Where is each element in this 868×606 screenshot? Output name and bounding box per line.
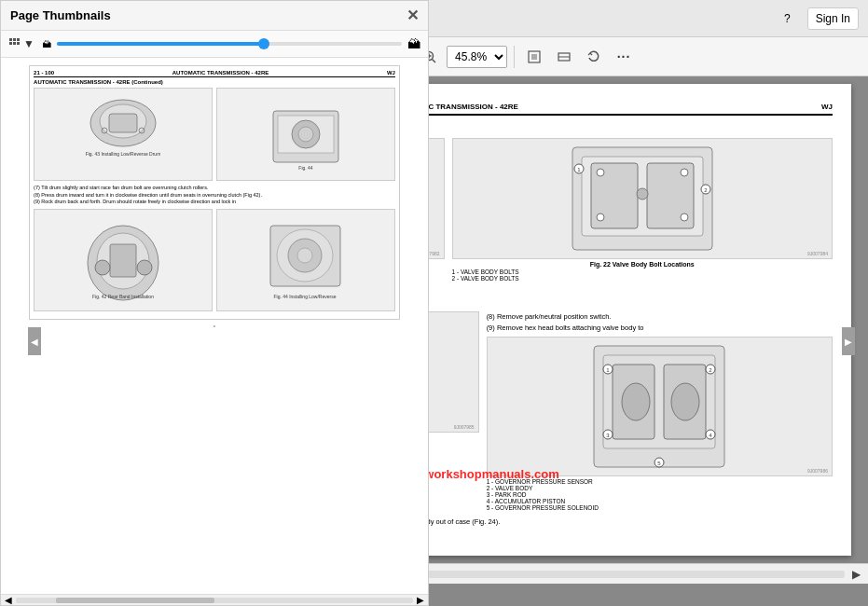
thumbnail-page[interactable]: 21 - 100 AUTOMATIC TRANSMISSION - 42RE W… bbox=[29, 65, 400, 320]
svg-point-73 bbox=[681, 213, 688, 221]
svg-text:Fig. 42 Rear Band Installation: Fig. 42 Rear Band Installation bbox=[92, 294, 154, 299]
svg-rect-19 bbox=[531, 54, 537, 60]
thumb-figure-2: Fig. 44 bbox=[216, 88, 395, 181]
rotate-button[interactable] bbox=[581, 44, 607, 70]
pdf-fig22-label-2: 2 - VALVE BODY BOLTS bbox=[452, 275, 833, 282]
thumb-hscrollbar-handle[interactable] bbox=[56, 598, 214, 603]
fig-valvebody-ref: 9J007986 bbox=[807, 468, 828, 474]
svg-point-74 bbox=[637, 188, 648, 200]
svg-rect-45 bbox=[110, 244, 136, 277]
pdf-steps-text: (8) Remove park/neutral position switch.… bbox=[487, 311, 833, 333]
panel-expand-right-button[interactable]: ▶ bbox=[842, 327, 855, 355]
pdf-fig-label-5: 5 - GOVERNOR PRESSURE SOLENOID bbox=[487, 504, 833, 511]
fit-width-button[interactable] bbox=[551, 44, 577, 70]
thumbnail-view-button[interactable]: ▼ bbox=[8, 37, 34, 50]
svg-rect-29 bbox=[9, 42, 12, 45]
svg-rect-31 bbox=[17, 42, 20, 45]
svg-point-46 bbox=[95, 260, 110, 275]
fit-page-button[interactable] bbox=[521, 44, 547, 70]
thumbnail-panel-close-button[interactable]: ✕ bbox=[406, 7, 419, 24]
svg-point-52 bbox=[297, 248, 312, 263]
svg-point-72 bbox=[597, 213, 604, 221]
pdf-fig-label-4: 4 - ACCUMULATOR PISTON bbox=[487, 498, 833, 504]
thumbnail-panel-header: Page Thumbnails ✕ bbox=[1, 1, 428, 31]
thumb-small-icon: 🏔 bbox=[42, 39, 51, 49]
thumb-page-title: AUTOMATIC TRANSMISSION - 42RE (Continued… bbox=[34, 79, 395, 85]
pdf-header-right: WJ bbox=[821, 103, 833, 111]
svg-rect-28 bbox=[17, 38, 20, 41]
help-button[interactable]: ? bbox=[777, 8, 798, 29]
svg-point-70 bbox=[597, 169, 604, 176]
thumbnail-size-slider[interactable] bbox=[57, 42, 402, 46]
svg-line-17 bbox=[433, 59, 436, 62]
pdf-fig-valvebody-labels: 1 - GOVERNOR PRESSURE SENSOR 2 - VALVE B… bbox=[487, 478, 833, 511]
fig-oilfilter-ref: 9J007985 bbox=[454, 424, 475, 430]
svg-text:Fig. 44: Fig. 44 bbox=[298, 165, 313, 171]
thumb-hscrollbar bbox=[16, 598, 413, 603]
dropdown-icon: ▼ bbox=[23, 37, 34, 50]
thumbnail-panel: Page Thumbnails ✕ ▼ 🏔 🏔 21 - 100 bbox=[0, 0, 429, 606]
svg-point-47 bbox=[137, 260, 152, 275]
pdf-fig22-labels: 1 - VALVE BODY BOLTS 2 - VALVE BODY BOLT… bbox=[452, 269, 833, 282]
fig22-img-ref: 9J007984 bbox=[807, 251, 828, 256]
thumbnail-toolbar: ▼ 🏔 🏔 bbox=[1, 31, 428, 58]
thumb-scroll-indicator: • bbox=[8, 322, 420, 329]
thumbnail-content[interactable]: 21 - 100 AUTOMATIC TRANSMISSION - 42RE W… bbox=[1, 58, 428, 594]
thumb-page-header-right: WJ bbox=[387, 70, 395, 76]
scroll-right-button[interactable]: ▶ bbox=[852, 568, 861, 581]
pdf-step9: (9) Remove hex head bolts attaching valv… bbox=[487, 323, 833, 333]
main-area: Page Thumbnails ✕ ▼ 🏔 🏔 21 - 100 bbox=[0, 76, 868, 606]
svg-point-96 bbox=[622, 383, 650, 420]
pdf-fig-label-1: 1 - GOVERNOR PRESSURE SENSOR bbox=[487, 478, 833, 485]
pdf-fig22-caption: Fig. 22 Valve Body Bolt Locations bbox=[452, 261, 833, 268]
thumb-figure-4: Fig. 44 Installing Low/Reverse bbox=[216, 209, 395, 311]
thumb-text-content: (7) Tilt drum slightly and start race fa… bbox=[34, 185, 395, 206]
more-button[interactable]: ··· bbox=[611, 44, 637, 70]
thumbnail-size-slider-area: 🏔 🏔 bbox=[42, 36, 420, 51]
thumb-figure-3: Fig. 42 Rear Band Installation bbox=[34, 209, 213, 311]
thumb-slider-handle[interactable] bbox=[258, 38, 269, 49]
thumb-scroll-left[interactable]: ◀ bbox=[5, 595, 12, 605]
pdf-fig22-image: 1 2 9J007984 bbox=[452, 138, 833, 259]
svg-text:Fig. 43 Installing Low/Reverse: Fig. 43 Installing Low/Reverse Drum bbox=[86, 151, 160, 157]
thumbnail-panel-title: Page Thumbnails bbox=[10, 8, 111, 22]
thumb-figure-1: Fig. 43 Installing Low/Reverse Drum bbox=[34, 88, 213, 181]
svg-rect-26 bbox=[9, 38, 12, 41]
thumb-page-header-center: AUTOMATIC TRANSMISSION - 42RE bbox=[172, 70, 269, 76]
thumb-scroll-right[interactable]: ▶ bbox=[417, 595, 424, 605]
panel-collapse-button[interactable]: ◀ bbox=[28, 327, 41, 355]
pdf-figure-22: 1 2 9J007984 Fig. 22 Valve Body Bolt Loc… bbox=[452, 138, 833, 288]
thumb-large-icon: 🏔 bbox=[407, 36, 420, 51]
pdf-fig-label-2: 2 - VALVE BODY bbox=[487, 485, 833, 491]
thumb-page-header-left: 21 - 100 bbox=[34, 70, 54, 76]
signin-button[interactable]: Sign In bbox=[807, 7, 859, 30]
svg-point-71 bbox=[681, 169, 688, 176]
svg-rect-34 bbox=[109, 114, 137, 132]
nav-right-area: ? Sign In bbox=[777, 7, 868, 30]
zoom-select[interactable]: 45.8% 50% 75% 100% bbox=[447, 46, 507, 68]
svg-point-41 bbox=[298, 127, 313, 142]
svg-text:Fig. 44 Installing Low/Reverse: Fig. 44 Installing Low/Reverse bbox=[274, 294, 337, 299]
pdf-fig-valvebody-image: 1 2 3 4 5 9J007986 bbox=[487, 337, 833, 476]
pdf-right-section: (8) Remove park/neutral position switch.… bbox=[487, 311, 833, 511]
pdf-fig22-label-1: 1 - VALVE BODY BOLTS bbox=[452, 269, 833, 275]
svg-point-97 bbox=[671, 383, 699, 420]
thumb-slider-fill bbox=[57, 42, 264, 46]
pdf-step8: (8) Remove park/neutral position switch. bbox=[487, 311, 833, 322]
thumbnail-scrollbar[interactable]: ◀ ▶ bbox=[1, 594, 428, 605]
svg-rect-30 bbox=[13, 42, 16, 45]
svg-rect-27 bbox=[13, 38, 16, 41]
separator-4 bbox=[514, 46, 515, 68]
pdf-fig-label-3: 3 - PARK ROD bbox=[487, 491, 833, 498]
